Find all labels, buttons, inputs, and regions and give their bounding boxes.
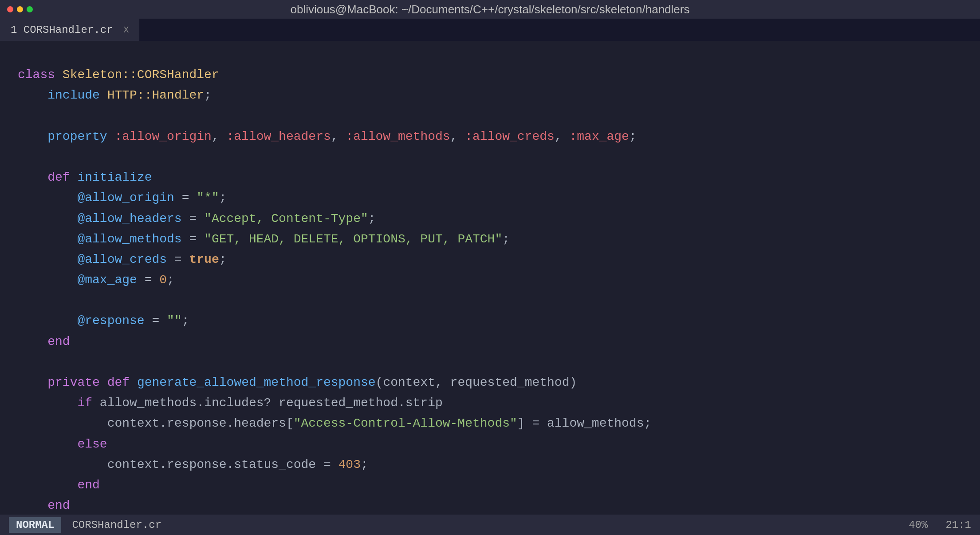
code-line-9: @allow_headers = "Accept, Content-Type";	[0, 209, 980, 229]
code-line-23: end	[0, 495, 980, 515]
code-line-19: context.response.headers["Access-Control…	[0, 413, 980, 434]
close-button[interactable]	[7, 6, 13, 12]
code-line-7: def initialize	[0, 167, 980, 188]
code-line-4	[0, 106, 980, 127]
tab-corshandler[interactable]: 1 CORSHandler.cr X	[0, 19, 139, 41]
code-line-14: @response = "";	[0, 311, 980, 331]
minimize-button[interactable]	[17, 6, 23, 12]
vim-mode-badge: NORMAL	[9, 517, 61, 533]
code-line-10: @allow_methods = "GET, HEAD, DELETE, OPT…	[0, 229, 980, 250]
code-line-18: if allow_methods.includes? requested_met…	[0, 393, 980, 413]
tab-label: 1 CORSHandler.cr	[11, 24, 113, 36]
code-line-3: include HTTP::Handler;	[0, 85, 980, 106]
status-zoom: 40%	[909, 519, 928, 531]
tab-close-icon[interactable]: X	[123, 25, 129, 35]
code-line-20: else	[0, 434, 980, 455]
status-bar: NORMAL CORSHandler.cr 40% 21:1	[0, 515, 980, 535]
tab-bar: 1 CORSHandler.cr X	[0, 19, 980, 41]
maximize-button[interactable]	[27, 6, 33, 12]
code-line-15: end	[0, 332, 980, 352]
code-line-6	[0, 147, 980, 167]
code-line-2: class Skeleton::CORSHandler	[0, 65, 980, 85]
code-editor: class Skeleton::CORSHandler include HTTP…	[0, 41, 980, 515]
status-filename: CORSHandler.cr	[72, 519, 161, 531]
code-line-11: @allow_creds = true;	[0, 250, 980, 270]
window-controls	[7, 6, 33, 12]
window-title: oblivious@MacBook: ~/Documents/C++/cryst…	[291, 3, 690, 16]
code-line-21: context.response.status_code = 403;	[0, 455, 980, 475]
code-line-22: end	[0, 475, 980, 495]
code-line-12: @max_age = 0;	[0, 270, 980, 290]
code-line-17: private def generate_allowed_method_resp…	[0, 373, 980, 393]
code-line-1	[0, 44, 980, 65]
code-line-8: @allow_origin = "*";	[0, 188, 980, 208]
code-line-5: property :allow_origin, :allow_headers, …	[0, 127, 980, 147]
status-right: 40% 21:1	[909, 519, 971, 531]
status-position: 21:1	[945, 519, 971, 531]
code-line-16	[0, 352, 980, 373]
title-bar: oblivious@MacBook: ~/Documents/C++/cryst…	[0, 0, 980, 19]
code-line-13	[0, 290, 980, 311]
status-left: NORMAL CORSHandler.cr	[9, 517, 161, 533]
